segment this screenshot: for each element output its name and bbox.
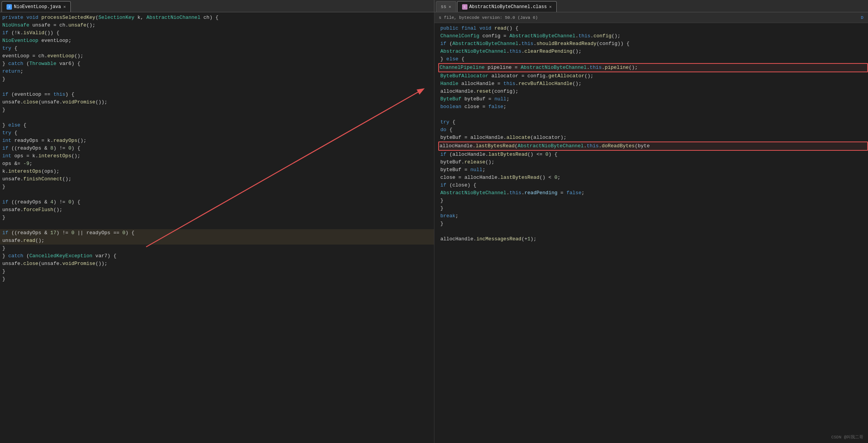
code-line: private void processSelectedKey(Selectio… — [0, 14, 434, 22]
right-code-line: public final void read() { — [438, 25, 868, 32]
code-line: if ((readyOps & 4) != 0) { — [0, 198, 434, 206]
code-line: } — [0, 268, 434, 275]
right-code-line: AbstractNioByteChannel.this.clearReadPen… — [438, 48, 868, 55]
code-line: } catch (Throwable var6) { — [0, 60, 434, 68]
code-line: } — [0, 245, 434, 252]
left-editor-pane: private void processSelectedKey(Selectio… — [0, 12, 434, 443]
java-file-icon: J — [7, 4, 12, 10]
tab-right-class-close[interactable]: ✕ — [549, 4, 552, 9]
left-code-area[interactable]: private void processSelectedKey(Selectio… — [0, 12, 434, 443]
right-code-line: ByteBufAllocator allocator = config.getA… — [438, 72, 868, 80]
right-code-line: do { — [438, 126, 868, 134]
code-line: if (!k.isValid()) { — [0, 29, 434, 37]
tab-left-java[interactable]: J NioEventLoop.java ✕ — [2, 1, 71, 12]
right-code-line: boolean close = false; — [438, 103, 868, 111]
code-line: } — [0, 214, 434, 222]
right-code-line: allocHandle.incMessagesRead(+1); — [438, 235, 868, 243]
code-line: if ((readyOps & 8) != 0) { — [0, 145, 434, 152]
code-line: unsafe.finishConnect(); — [0, 175, 434, 183]
watermark: CSDN @叫我二哥 — [831, 434, 863, 440]
code-line: } — [0, 75, 434, 83]
code-line: } — [0, 275, 434, 283]
right-code-line: } else { — [438, 55, 868, 63]
code-line: } else { — [0, 122, 434, 129]
code-line: NioEventLoop eventLoop; — [0, 37, 434, 45]
code-line: if (eventLoop == this) { — [0, 91, 434, 98]
right-code-line: if (allocHandle.lastBytesRead() <= 0) { — [438, 151, 868, 158]
right-code-line: Handle allocHandle = this.recvBufAllocHa… — [438, 80, 868, 88]
code-line: unsafe.close(unsafe.voidPromise()); — [0, 260, 434, 268]
right-editor-pane: s file, bytecode version: 50.0 (Java 6) … — [434, 12, 868, 443]
right-code-area[interactable]: public final void read() { ChannelConfig… — [434, 23, 868, 443]
tab-left-label: NioEventLoop.java — [14, 4, 61, 10]
code-line-read-call: if ((readyOps & 17) != 0 || readyOps == … — [0, 229, 434, 237]
code-line: NioUnsafe unsafe = ch.unsafe(); — [0, 22, 434, 29]
code-line: return; — [0, 68, 434, 75]
right-code-line-alloc: allocHandle.lastBytesRead(AbstractNioByt… — [438, 142, 868, 151]
tab-right-class-label: AbstractNioByteChannel.class — [469, 4, 547, 10]
code-line: int readyOps = k.readyOps(); — [0, 137, 434, 145]
code-line — [0, 83, 434, 91]
code-line: unsafe.close(unsafe.voidPromise()); — [0, 98, 434, 106]
code-line: } — [0, 106, 434, 114]
code-line: try { — [0, 45, 434, 52]
right-code-line — [438, 228, 868, 235]
right-code-line: allocHandle.reset(config); — [438, 88, 868, 95]
code-line: } — [0, 183, 434, 191]
right-code-line: byteBuf = null; — [438, 166, 868, 174]
right-code-line: break; — [438, 212, 868, 220]
code-line: int ops = k.interestOps(); — [0, 152, 434, 160]
right-code-line: ByteBuf byteBuf = null; — [438, 95, 868, 103]
right-code-line: } — [438, 197, 868, 205]
code-line: ops &= -9; — [0, 160, 434, 168]
code-line — [0, 222, 434, 229]
right-code-line: if (AbstractNioByteChannel.this.shouldBr… — [438, 40, 868, 48]
tab-right-ss-label: ss — [441, 4, 446, 10]
right-code-line: AbstractNioByteChannel.this.readPending … — [438, 189, 868, 197]
code-line: } catch (CancelledKeyException var7) { — [0, 252, 434, 260]
right-code-line: byteBuf = allocHandle.allocate(allocator… — [438, 134, 868, 142]
right-code-line: try { — [438, 118, 868, 126]
tab-right-ss-close[interactable]: ✕ — [449, 4, 451, 9]
tab-right-class[interactable]: C AbstractNioByteChannel.class ✕ — [457, 1, 557, 12]
class-file-icon: C — [462, 4, 467, 10]
code-line — [0, 114, 434, 122]
right-info-bar: s file, bytecode version: 50.0 (Java 6) … — [434, 12, 868, 23]
right-code-line: ChannelConfig config = AbstractNioByteCh… — [438, 32, 868, 40]
right-code-line: byteBuf.release(); — [438, 158, 868, 166]
right-code-line: } — [438, 205, 868, 212]
code-line-unsafe-read: unsafe.read(); — [0, 237, 434, 245]
right-info-text: s file, bytecode version: 50.0 (Java 6) — [439, 15, 538, 20]
code-line — [0, 191, 434, 198]
code-line: k.interestOps(ops); — [0, 168, 434, 175]
right-code-line: if (close) { — [438, 182, 868, 189]
code-line: unsafe.forceFlush(); — [0, 206, 434, 214]
tab-left-close[interactable]: ✕ — [63, 4, 66, 9]
right-code-line-pipeline: ChannelPipeline pipeline = AbstractNioBy… — [438, 63, 868, 72]
code-line: eventLoop = ch.eventLoop(); — [0, 52, 434, 60]
code-line: try { — [0, 129, 434, 137]
right-decompile-badge: D — [861, 15, 863, 20]
right-code-line: } — [438, 220, 868, 228]
right-code-line: close = allocHandle.lastBytesRead() < 0; — [438, 174, 868, 182]
tab-right-ss[interactable]: ss ✕ — [436, 1, 456, 12]
right-code-line — [438, 111, 868, 118]
